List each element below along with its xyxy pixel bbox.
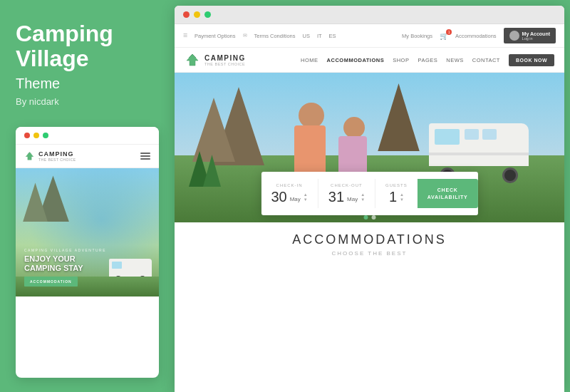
checkin-label: CHECK-IN	[276, 183, 303, 187]
rv-stripe	[429, 153, 529, 155]
guests-count: 1	[389, 190, 397, 204]
hamburger-line-1	[140, 153, 150, 154]
mobile-hero-title: ENJOY YOURCAMPING STAY	[24, 254, 106, 273]
accommodations-subtitle: CHOOSE THE BEST	[189, 250, 550, 257]
site-logo: CAMPING THE BEST CHOICE	[185, 53, 246, 66]
site-brand: CAMPING	[204, 54, 246, 62]
hamburger-icon[interactable]	[140, 153, 150, 160]
booking-bar: CHECK-IN 30 May ▲ ▼ CHECK-OUT 31 May	[261, 172, 477, 215]
checkout-month: May	[347, 197, 358, 202]
account-text: My Account Log in	[522, 31, 550, 41]
dot-red	[24, 133, 30, 138]
nav-accommodations[interactable]: ACCOMMODATIONS	[327, 57, 385, 63]
checkin-value[interactable]: 30 May ▲ ▼	[271, 190, 307, 204]
browser-dot-green	[204, 11, 211, 18]
mobile-rv-body	[109, 259, 152, 279]
nav-shop[interactable]: SHOP	[393, 57, 409, 63]
rv-wheel-right	[502, 167, 518, 183]
lang-us[interactable]: US	[302, 33, 309, 39]
checkin-field: CHECK-IN 30 May ▲ ▼	[261, 179, 318, 208]
browser-dot-red	[183, 11, 190, 18]
hero-dot-2[interactable]	[371, 215, 375, 220]
theme-label: Theme	[16, 76, 159, 92]
mobile-hero: CAMPING VILLAGE ADVENTURE ENJOY YOURCAMP…	[16, 168, 159, 296]
site-top-bar: ☰ Payment Options ✉ Terms Conditions US …	[175, 24, 564, 48]
checkout-up[interactable]: ▲	[361, 192, 365, 197]
top-bar-right: My Bookings 🛒 1 Accommodations My Accoun…	[402, 28, 556, 43]
account-button[interactable]: My Account Log in	[504, 28, 556, 43]
check-avail-label: CHECKAVAILABILITY	[428, 187, 468, 200]
guests-arrows[interactable]: ▲ ▼	[400, 192, 404, 202]
mobile-hero-subtitle: CAMPING VILLAGE ADVENTURE	[24, 248, 106, 252]
accommodations-link[interactable]: Accommodations	[455, 33, 497, 39]
child-1-head	[299, 103, 324, 128]
accommodations-title: ACCOMMODATIONS	[189, 232, 550, 247]
top-bar-left: ☰ Payment Options ✉ Terms Conditions US …	[183, 33, 336, 39]
dot-green	[43, 133, 48, 138]
hamburger-line-3	[140, 158, 150, 160]
mobile-browser-chrome	[16, 127, 159, 145]
cart-icon-wrap[interactable]: 🛒 1	[440, 32, 448, 40]
browser-mockup: ☰ Payment Options ✉ Terms Conditions US …	[175, 6, 564, 392]
mobile-logo-text: CAMPING THE BEST CHOICE	[38, 150, 76, 162]
mobile-tagline: THE BEST CHOICE	[38, 158, 76, 162]
nav-pages[interactable]: PAGES	[418, 57, 437, 63]
checkin-down[interactable]: ▼	[304, 197, 308, 202]
my-bookings-link[interactable]: My Bookings	[402, 33, 432, 39]
checkout-label: CHECK-OUT	[331, 183, 363, 187]
hamburger-line-2	[140, 155, 150, 157]
hero-dots	[363, 215, 375, 220]
child-2-head	[343, 117, 365, 138]
checkout-value[interactable]: 31 May ▲ ▼	[328, 190, 365, 204]
nav-news[interactable]: NEWS	[446, 57, 464, 63]
mobile-preview-card: CAMPING THE BEST CHOICE	[16, 127, 159, 378]
hero-dot-1[interactable]	[363, 215, 368, 220]
checkout-down[interactable]: ▼	[361, 197, 365, 202]
mobile-logo: CAMPING THE BEST CHOICE	[24, 150, 76, 162]
payment-options-icon: ☰	[183, 33, 187, 38]
cart-badge: 1	[446, 29, 452, 35]
site-hero: CHECK-IN 30 May ▲ ▼ CHECK-OUT 31 May	[175, 73, 564, 222]
browser-dot-yellow	[194, 11, 200, 18]
book-now-button[interactable]: BOOK NOW	[509, 54, 554, 66]
left-panel: Camping Village Theme By nicdark CAMPING…	[0, 0, 175, 392]
mobile-logo-icon	[24, 152, 35, 160]
author-label: By nicdark	[16, 96, 159, 107]
payment-options-link[interactable]: Payment Options	[195, 33, 236, 39]
site-logo-icon	[185, 53, 200, 66]
guests-down[interactable]: ▼	[400, 197, 404, 202]
checkin-day: 30	[271, 190, 286, 204]
checkin-month: May	[290, 197, 301, 202]
dot-yellow	[33, 133, 39, 138]
guests-value[interactable]: 1 ▲ ▼	[389, 190, 404, 204]
nav-contact[interactable]: CONTACT	[472, 57, 500, 63]
nav-home[interactable]: HOME	[301, 57, 318, 63]
guests-label: GUESTS	[385, 183, 408, 187]
browser-chrome	[175, 6, 564, 24]
site-nav: CAMPING THE BEST CHOICE HOME ACCOMMODATI…	[175, 48, 564, 73]
checkin-up[interactable]: ▲	[304, 192, 308, 197]
checkout-day: 31	[328, 190, 344, 204]
checkout-field: CHECK-OUT 31 May ▲ ▼	[318, 179, 375, 208]
guests-up[interactable]: ▲	[400, 192, 404, 197]
accommodations-section: ACCOMMODATIONS CHOOSE THE BEST	[175, 222, 564, 392]
nav-items: HOME ACCOMMODATIONS SHOP PAGES NEWS CONT…	[301, 54, 554, 66]
app-title: Camping Village	[16, 21, 159, 71]
rv-body	[429, 123, 529, 166]
check-availability-button[interactable]: CHECKAVAILABILITY	[418, 179, 478, 208]
terms-conditions-link[interactable]: Terms Conditions	[254, 33, 296, 39]
site-tagline: THE BEST CHOICE	[204, 62, 246, 66]
checkin-arrows[interactable]: ▲ ▼	[304, 192, 308, 202]
mobile-cta-button[interactable]: ACCOMMODATION	[24, 277, 78, 287]
checkout-arrows[interactable]: ▲ ▼	[361, 192, 365, 202]
rv-window-2	[482, 129, 497, 140]
mobile-hero-text: CAMPING VILLAGE ADVENTURE ENJOY YOURCAMP…	[24, 248, 106, 287]
avatar	[509, 31, 519, 41]
mobile-nav: CAMPING THE BEST CHOICE	[16, 145, 159, 168]
guests-field: GUESTS 1 ▲ ▼	[375, 179, 418, 208]
lang-it[interactable]: IT	[317, 33, 322, 39]
lang-es[interactable]: ES	[329, 33, 336, 39]
site-logo-text: CAMPING THE BEST CHOICE	[204, 54, 246, 66]
account-sub: Log in	[522, 36, 550, 41]
account-label: My Account	[522, 31, 550, 36]
